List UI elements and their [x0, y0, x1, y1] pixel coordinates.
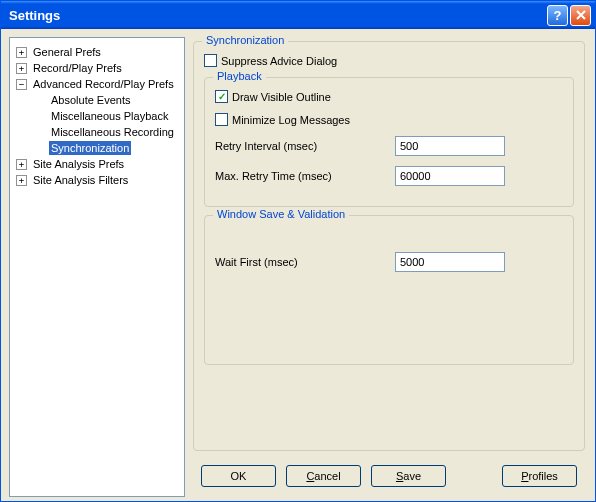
- tree-item[interactable]: +Record/Play Prefs: [12, 60, 182, 76]
- minimize-log-checkbox-row[interactable]: Minimize Log Messages: [215, 113, 563, 126]
- tree-item[interactable]: +Site Analysis Prefs: [12, 156, 182, 172]
- tree-item-label: Advanced Record/Play Prefs: [31, 77, 176, 91]
- playback-group: Playback Draw Visible Outline Minimize L…: [204, 77, 574, 207]
- window-title: Settings: [5, 8, 545, 23]
- tree-item-label: General Prefs: [31, 45, 103, 59]
- tree-item-label: Synchronization: [49, 141, 131, 155]
- draw-outline-checkbox-row[interactable]: Draw Visible Outline: [215, 90, 563, 103]
- tree-item-label: Site Analysis Prefs: [31, 157, 126, 171]
- close-icon: [575, 9, 587, 21]
- window-sv-legend: Window Save & Validation: [213, 208, 349, 220]
- tree-item[interactable]: Absolute Events: [12, 92, 182, 108]
- window-save-validation-group: Window Save & Validation Wait First (mse…: [204, 215, 574, 365]
- close-button[interactable]: [570, 5, 591, 26]
- expand-icon[interactable]: +: [16, 47, 27, 58]
- help-button[interactable]: ?: [547, 5, 568, 26]
- expand-icon[interactable]: +: [16, 159, 27, 170]
- suppress-advice-checkbox-row[interactable]: Suppress Advice Dialog: [204, 54, 574, 67]
- suppress-advice-label: Suppress Advice Dialog: [221, 55, 337, 67]
- cancel-button[interactable]: Cancel: [286, 465, 361, 487]
- collapse-icon[interactable]: −: [16, 79, 27, 90]
- retry-interval-label: Retry Interval (msec): [215, 140, 395, 152]
- wait-first-row: Wait First (msec): [215, 252, 563, 272]
- retry-interval-input[interactable]: [395, 136, 505, 156]
- no-expander-icon: [34, 127, 45, 138]
- ok-button[interactable]: OK: [201, 465, 276, 487]
- tree-item[interactable]: Synchronization: [12, 140, 182, 156]
- no-expander-icon: [34, 143, 45, 154]
- tree-item-label: Miscellaneous Playback: [49, 109, 170, 123]
- no-expander-icon: [34, 95, 45, 106]
- max-retry-row: Max. Retry Time (msec): [215, 166, 563, 186]
- max-retry-input[interactable]: [395, 166, 505, 186]
- profiles-button[interactable]: Profiles: [502, 465, 577, 487]
- tree-item-label: Miscellaneous Recording: [49, 125, 176, 139]
- content-area: +General Prefs+Record/Play Prefs−Advance…: [1, 29, 595, 501]
- expand-icon[interactable]: +: [16, 63, 27, 74]
- synchronization-legend: Synchronization: [202, 34, 288, 46]
- tree-item[interactable]: Miscellaneous Playback: [12, 108, 182, 124]
- tree-item-label: Record/Play Prefs: [31, 61, 124, 75]
- synchronization-group: Synchronization Suppress Advice Dialog P…: [193, 41, 585, 451]
- profiles-mnemonic: P: [521, 470, 528, 482]
- draw-outline-checkbox[interactable]: [215, 90, 228, 103]
- wait-first-label: Wait First (msec): [215, 256, 395, 268]
- no-expander-icon: [34, 111, 45, 122]
- suppress-advice-checkbox[interactable]: [204, 54, 217, 67]
- wait-first-input[interactable]: [395, 252, 505, 272]
- tree-item[interactable]: −Advanced Record/Play Prefs: [12, 76, 182, 92]
- settings-window: Settings ? +General Prefs+Record/Play Pr…: [0, 0, 596, 502]
- nav-tree[interactable]: +General Prefs+Record/Play Prefs−Advance…: [9, 37, 185, 497]
- tree-item[interactable]: Miscellaneous Recording: [12, 124, 182, 140]
- titlebar: Settings ?: [1, 1, 595, 29]
- retry-interval-row: Retry Interval (msec): [215, 136, 563, 156]
- max-retry-label: Max. Retry Time (msec): [215, 170, 395, 182]
- tree-item[interactable]: +General Prefs: [12, 44, 182, 60]
- draw-outline-label: Draw Visible Outline: [232, 91, 331, 103]
- minimize-log-checkbox[interactable]: [215, 113, 228, 126]
- tree-item-label: Site Analysis Filters: [31, 173, 130, 187]
- button-bar: OK Cancel Save Profiles: [191, 459, 587, 497]
- expand-icon[interactable]: +: [16, 175, 27, 186]
- playback-legend: Playback: [213, 70, 266, 82]
- minimize-log-label: Minimize Log Messages: [232, 114, 350, 126]
- save-button[interactable]: Save: [371, 465, 446, 487]
- settings-panel: Synchronization Suppress Advice Dialog P…: [191, 37, 587, 497]
- tree-item-label: Absolute Events: [49, 93, 133, 107]
- tree-item[interactable]: +Site Analysis Filters: [12, 172, 182, 188]
